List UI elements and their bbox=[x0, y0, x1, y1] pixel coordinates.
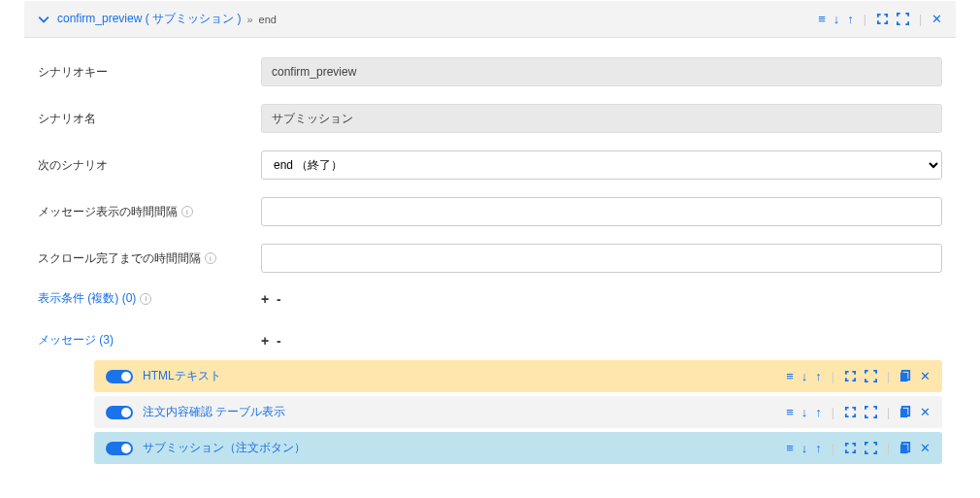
close-icon[interactable]: ✕ bbox=[920, 370, 931, 382]
conditions-add-remove[interactable]: + - bbox=[261, 291, 283, 307]
drag-handle-icon[interactable]: ≡ bbox=[786, 370, 794, 382]
message-list: HTMLテキスト ≡ ↓ ↑ | | ✕ 注文内容確認 テーブル表示 bbox=[38, 360, 942, 464]
message-item[interactable]: HTMLテキスト ≡ ↓ ↑ | | ✕ bbox=[94, 360, 942, 392]
svg-rect-1 bbox=[900, 373, 907, 382]
close-icon[interactable]: ✕ bbox=[920, 406, 931, 418]
messages-add-remove[interactable]: + - bbox=[261, 333, 283, 349]
message-toolbar: ≡ ↓ ↑ | | ✕ bbox=[786, 370, 931, 383]
expand-icon[interactable] bbox=[844, 370, 857, 382]
drag-handle-icon[interactable]: ≡ bbox=[786, 406, 794, 418]
message-toolbar: ≡ ↓ ↑ | | ✕ bbox=[786, 406, 931, 419]
copy-icon[interactable] bbox=[899, 406, 912, 418]
expand-icon[interactable] bbox=[876, 13, 889, 25]
message-toggle[interactable] bbox=[106, 442, 133, 455]
message-title[interactable]: 注文内容確認 テーブル表示 bbox=[143, 404, 285, 420]
copy-icon[interactable] bbox=[899, 370, 912, 382]
drag-handle-icon[interactable]: ≡ bbox=[818, 13, 826, 25]
fullscreen-icon[interactable] bbox=[897, 13, 909, 25]
message-toggle[interactable] bbox=[106, 406, 133, 419]
message-title[interactable]: サブミッション（注文ボタン） bbox=[143, 440, 306, 456]
chevron-down-icon[interactable] bbox=[38, 14, 49, 25]
breadcrumb-next: end bbox=[259, 14, 277, 25]
fullscreen-icon[interactable] bbox=[865, 370, 877, 382]
expand-icon[interactable] bbox=[844, 442, 857, 454]
arrow-up-icon[interactable]: ↑ bbox=[815, 406, 822, 418]
next-scenario-select[interactable]: end （終了） bbox=[261, 150, 942, 180]
close-icon[interactable]: ✕ bbox=[931, 13, 942, 25]
arrow-down-icon[interactable]: ↓ bbox=[801, 406, 808, 418]
scenario-key-label: シナリオキー bbox=[38, 64, 261, 81]
msg-interval-label: メッセージ表示の時間間隔 i bbox=[38, 204, 261, 220]
scenario-key-input bbox=[261, 57, 942, 86]
fullscreen-icon[interactable] bbox=[865, 442, 877, 454]
breadcrumb-separator: » bbox=[246, 14, 252, 25]
scroll-interval-label: スクロール完了までの時間間隔 i bbox=[38, 250, 261, 267]
messages-label-link[interactable]: メッセージ (3) bbox=[38, 332, 114, 349]
expand-icon[interactable] bbox=[844, 406, 857, 418]
arrow-up-icon[interactable]: ↑ bbox=[815, 370, 822, 382]
panel-toolbar: ≡ ↓ ↑ | | ✕ bbox=[818, 13, 942, 26]
msg-interval-input[interactable] bbox=[261, 197, 942, 226]
drag-handle-icon[interactable]: ≡ bbox=[786, 442, 794, 454]
scenario-name-label: シナリオ名 bbox=[38, 111, 261, 127]
scroll-interval-input[interactable] bbox=[261, 244, 942, 273]
panel-body: シナリオキー シナリオ名 次のシナリオ end （終了） メッセージ表示の時間間… bbox=[24, 38, 956, 498]
copy-icon[interactable] bbox=[899, 442, 912, 454]
message-title[interactable]: HTMLテキスト bbox=[143, 368, 221, 384]
svg-rect-3 bbox=[900, 409, 907, 417]
fullscreen-icon[interactable] bbox=[865, 406, 877, 418]
info-icon[interactable]: i bbox=[181, 206, 193, 217]
arrow-up-icon[interactable]: ↑ bbox=[847, 13, 854, 25]
scenario-panel-confirm-preview: confirm_preview ( サブミッション ) » end ≡ ↓ ↑ … bbox=[24, 1, 956, 498]
arrow-down-icon[interactable]: ↓ bbox=[801, 370, 808, 382]
close-icon[interactable]: ✕ bbox=[920, 442, 931, 454]
message-item[interactable]: 注文内容確認 テーブル表示 ≡ ↓ ↑ | | ✕ bbox=[94, 396, 942, 428]
info-icon[interactable]: i bbox=[205, 252, 216, 264]
message-toolbar: ≡ ↓ ↑ | | ✕ bbox=[786, 442, 931, 455]
message-toggle[interactable] bbox=[106, 370, 133, 383]
conditions-label-link[interactable]: 表示条件 (複数) (0) bbox=[38, 290, 136, 307]
scenario-name-input bbox=[261, 104, 942, 133]
arrow-down-icon[interactable]: ↓ bbox=[833, 13, 840, 25]
message-item[interactable]: サブミッション（注文ボタン） ≡ ↓ ↑ | | ✕ bbox=[94, 432, 942, 464]
arrow-up-icon[interactable]: ↑ bbox=[815, 442, 822, 454]
scenario-key-link[interactable]: confirm_preview ( サブミッション ) bbox=[57, 11, 241, 27]
svg-rect-5 bbox=[900, 445, 907, 453]
next-scenario-label: 次のシナリオ bbox=[38, 157, 261, 174]
panel-header[interactable]: confirm_preview ( サブミッション ) » end ≡ ↓ ↑ … bbox=[24, 1, 956, 38]
arrow-down-icon[interactable]: ↓ bbox=[801, 442, 808, 454]
info-icon[interactable]: i bbox=[140, 293, 151, 305]
